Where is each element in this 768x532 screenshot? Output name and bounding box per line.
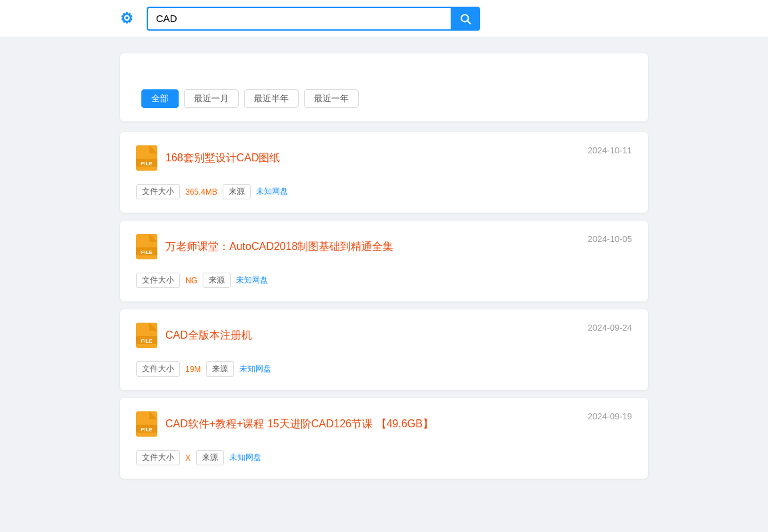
- result-title-row: FILE CAD软件+教程+课程 15天进阶CAD126节课 【49.6GB】: [136, 411, 433, 437]
- file-icon: FILE: [136, 411, 157, 437]
- source-label: 来源: [196, 450, 224, 465]
- source-label: 来源: [203, 273, 231, 288]
- result-header: FILE CAD软件+教程+课程 15天进阶CAD126节课 【49.6GB】 …: [136, 411, 632, 437]
- source-value: 未知网盘: [256, 186, 288, 197]
- file-icon: FILE: [136, 323, 157, 348]
- search-input[interactable]: [147, 7, 451, 31]
- svg-text:FILE: FILE: [141, 338, 153, 344]
- filter-all[interactable]: 全部: [141, 89, 179, 108]
- result-date: 2024-10-05: [588, 234, 633, 244]
- file-icon: FILE: [136, 234, 157, 259]
- results-summary-card: 全部 最近一月 最近半年 最近一年: [120, 53, 648, 121]
- source-value: 未知网盘: [229, 452, 261, 463]
- file-size-label: 文件大小: [136, 361, 180, 377]
- source-value: 未知网盘: [236, 275, 268, 286]
- result-date: 2024-10-11: [588, 145, 633, 155]
- result-meta: 文件大小 19M 来源 未知网盘: [136, 361, 632, 377]
- filter-halfyear[interactable]: 最近半年: [244, 89, 299, 108]
- logo-icon: ⚙: [120, 10, 133, 27]
- result-meta: 文件大小 365.4MB 来源 未知网盘: [136, 184, 632, 199]
- svg-line-1: [467, 21, 470, 23]
- svg-rect-10: [136, 323, 157, 348]
- result-card: FILE CAD软件+教程+课程 15天进阶CAD126节课 【49.6GB】 …: [120, 398, 648, 479]
- logo: ⚙: [120, 10, 136, 27]
- result-date: 2024-09-24: [588, 323, 633, 333]
- result-meta: 文件大小 X 来源 未知网盘: [136, 450, 632, 465]
- results-list: FILE 168套别墅设计CAD图纸 2024-10-11 文件大小 365.4…: [120, 132, 648, 479]
- filter-row: 全部 最近一月 最近半年 最近一年: [136, 89, 632, 108]
- result-meta: 文件大小 NG 来源 未知网盘: [136, 273, 632, 288]
- result-card: FILE 万老师课堂：AutoCAD2018制图基础到精通全集 2024-10-…: [120, 221, 648, 301]
- result-title-row: FILE CAD全版本注册机: [136, 323, 252, 348]
- result-card: FILE CAD全版本注册机 2024-09-24 文件大小 19M 来源 未知…: [120, 309, 648, 390]
- result-title-row: FILE 万老师课堂：AutoCAD2018制图基础到精通全集: [136, 234, 393, 259]
- file-icon: FILE: [136, 145, 157, 171]
- svg-rect-2: [136, 145, 157, 171]
- result-title[interactable]: CAD全版本注册机: [165, 329, 252, 343]
- result-title-row: FILE 168套别墅设计CAD图纸: [136, 145, 280, 171]
- result-header: FILE 168套别墅设计CAD图纸 2024-10-11: [136, 145, 632, 171]
- filter-month[interactable]: 最近一月: [184, 89, 239, 108]
- result-date: 2024-09-19: [588, 411, 633, 421]
- svg-rect-6: [136, 234, 157, 259]
- file-size-value: X: [185, 453, 191, 463]
- main-content: 全部 最近一月 最近半年 最近一年 FILE 168套别墅设计CAD图纸 202…: [0, 37, 768, 503]
- result-header: FILE 万老师课堂：AutoCAD2018制图基础到精通全集 2024-10-…: [136, 234, 632, 259]
- result-card: FILE 168套别墅设计CAD图纸 2024-10-11 文件大小 365.4…: [120, 132, 648, 213]
- search-bar: [147, 7, 480, 31]
- svg-text:FILE: FILE: [141, 249, 153, 255]
- result-title[interactable]: CAD软件+教程+课程 15天进阶CAD126节课 【49.6GB】: [165, 417, 433, 431]
- svg-text:FILE: FILE: [141, 161, 153, 167]
- result-title[interactable]: 万老师课堂：AutoCAD2018制图基础到精通全集: [165, 240, 393, 254]
- file-size-value: 365.4MB: [185, 187, 217, 197]
- result-title[interactable]: 168套别墅设计CAD图纸: [165, 151, 280, 165]
- filter-year[interactable]: 最近一年: [304, 89, 359, 108]
- svg-text:FILE: FILE: [141, 427, 153, 433]
- file-size-label: 文件大小: [136, 450, 180, 465]
- header: ⚙: [0, 0, 768, 37]
- file-size-value: NG: [185, 276, 197, 285]
- source-label: 来源: [223, 184, 251, 199]
- result-header: FILE CAD全版本注册机 2024-09-24: [136, 323, 632, 348]
- source-label: 来源: [206, 361, 234, 377]
- file-size-value: 19M: [185, 365, 201, 374]
- search-button[interactable]: [451, 7, 480, 31]
- results-summary: [136, 67, 632, 79]
- search-icon: [459, 13, 471, 25]
- source-value: 未知网盘: [239, 363, 271, 375]
- file-size-label: 文件大小: [136, 184, 180, 199]
- svg-rect-14: [136, 411, 157, 437]
- file-size-label: 文件大小: [136, 273, 180, 288]
